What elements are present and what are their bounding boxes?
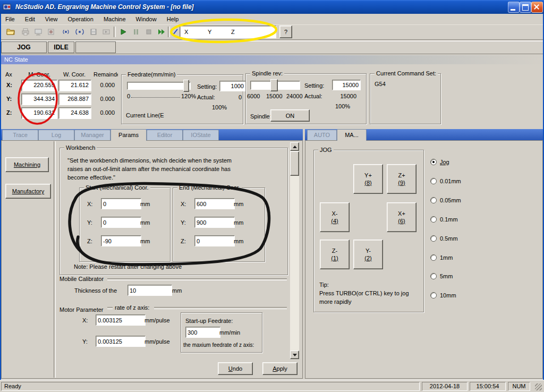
- radio-0-01mm[interactable]: [430, 178, 437, 184]
- menu-help[interactable]: Help: [163, 14, 183, 24]
- radio-0-05mm-label[interactable]: 0.05mm: [440, 197, 461, 204]
- col-header-remainder: Remainder: [94, 71, 118, 78]
- workbench-desc-3: become effective.": [67, 174, 115, 181]
- end-y-input[interactable]: [194, 217, 235, 228]
- tab-manager[interactable]: Manager: [74, 130, 110, 140]
- axis-select-box[interactable]: X Y Z: [180, 25, 276, 38]
- radio-10mm-label[interactable]: 10mm: [440, 292, 456, 299]
- export-button[interactable]: [87, 26, 100, 38]
- jog-z-minus-button[interactable]: Z- (1): [320, 240, 350, 269]
- axis-row-z-label: Z:: [6, 109, 12, 116]
- demo-button[interactable]: [100, 26, 113, 38]
- close-button[interactable]: [531, 2, 543, 13]
- jog-x-plus-button[interactable]: X+ (6): [387, 202, 416, 232]
- simulate-mode-button[interactable]: [73, 26, 86, 38]
- apply-button[interactable]: Apply: [262, 362, 298, 375]
- current-line-label: Current Line(E: [126, 112, 164, 119]
- startup-feedrate-input[interactable]: [185, 327, 220, 338]
- start-button[interactable]: [117, 26, 130, 38]
- menu-edit[interactable]: Edit: [21, 14, 39, 24]
- radio-0-01mm-label[interactable]: 0.01mm: [440, 177, 461, 185]
- params-scrollbar[interactable]: [290, 142, 299, 359]
- jog-y-minus-button[interactable]: Y- (2): [353, 240, 383, 269]
- help-button[interactable]: ?: [279, 25, 292, 38]
- scroll-up-button[interactable]: [290, 142, 299, 151]
- resize-grip-icon[interactable]: [535, 384, 542, 390]
- feedrate-tick-ruler: [131, 93, 180, 98]
- minimize-button[interactable]: [508, 2, 520, 13]
- scrollbar-thumb[interactable]: [290, 151, 299, 176]
- menu-file[interactable]: File: [1, 14, 19, 24]
- tab-auto[interactable]: AUTO: [307, 130, 337, 140]
- pause-button[interactable]: [130, 26, 142, 38]
- start-y-input[interactable]: [101, 217, 141, 228]
- advance-button[interactable]: [155, 26, 168, 38]
- mobile-calibrator-rule: [107, 278, 287, 280]
- z-rate-label: rate of z axis:: [115, 304, 149, 311]
- tab-editor[interactable]: Editor: [147, 130, 183, 140]
- menu-machine[interactable]: Machine: [99, 14, 130, 24]
- startup-feedrate-box: Start-up Feedrate: mm/min the maxium fee…: [181, 312, 262, 353]
- open-file-button[interactable]: [4, 26, 17, 38]
- radio-jog-label[interactable]: Jog: [440, 158, 449, 166]
- motor-x-input[interactable]: [96, 314, 146, 326]
- radio-5mm-label[interactable]: 5mm: [440, 272, 453, 280]
- jog-z-plus-button[interactable]: Z+ (9): [387, 164, 416, 194]
- clear-button[interactable]: [45, 26, 57, 38]
- spindle-slider-thumb[interactable]: [270, 79, 278, 91]
- feedrate-actual-label: Actual:: [197, 93, 215, 101]
- menu-operation[interactable]: Operation: [64, 14, 98, 24]
- maximize-button[interactable]: [520, 2, 531, 13]
- radio-5mm[interactable]: [430, 273, 437, 279]
- radio-0-05mm[interactable]: [430, 197, 437, 203]
- spindle-setting-input[interactable]: [332, 80, 361, 90]
- start-coord-group: Start (Mechanical) Coor. X: mm Y: mm Z: …: [79, 188, 171, 262]
- preview-button[interactable]: [32, 26, 45, 38]
- end-coord-title: End (Mechanical) Coor.: [177, 184, 242, 191]
- tag-icon: [47, 28, 55, 36]
- tab-params[interactable]: Params: [110, 129, 147, 141]
- radio-10mm[interactable]: [430, 292, 437, 299]
- feedrate-setting-input[interactable]: [219, 81, 246, 91]
- jog-x-minus-button[interactable]: X- (4): [320, 202, 350, 232]
- end-z-input[interactable]: [194, 235, 235, 246]
- menu-view[interactable]: View: [41, 14, 62, 24]
- stop-button[interactable]: [142, 26, 155, 38]
- radio-1mm[interactable]: [430, 254, 437, 261]
- remainder-x: 0.000: [90, 81, 115, 89]
- tab-manual[interactable]: MA...: [337, 129, 367, 141]
- end-x-input[interactable]: [194, 198, 235, 209]
- machining-button-label: Machining: [14, 161, 40, 168]
- tab-log[interactable]: Log: [38, 130, 74, 140]
- radio-jog[interactable]: [430, 159, 437, 165]
- undo-button[interactable]: Undo: [218, 362, 253, 375]
- tab-trace[interactable]: Trace: [2, 130, 38, 140]
- jog-x-plus-key: (6): [398, 217, 405, 225]
- jog-y-plus-button[interactable]: Y+ (8): [353, 164, 383, 194]
- tab-iostate[interactable]: IOState: [183, 130, 219, 140]
- thickness-input[interactable]: [128, 285, 172, 296]
- radio-0-5mm[interactable]: [430, 235, 437, 242]
- maximize-icon: [522, 4, 529, 11]
- status-time: 15:00:54: [470, 382, 506, 391]
- feedrate-slider-thumb[interactable]: [183, 80, 189, 92]
- radio-0-1mm-label[interactable]: 0.1mm: [440, 216, 458, 223]
- workbench-desc-1: "Set the workbench dimensions, which dec…: [67, 157, 232, 164]
- machining-button[interactable]: Machining: [5, 157, 49, 172]
- start-x-input[interactable]: [101, 198, 141, 209]
- start-z-input[interactable]: [101, 235, 141, 246]
- feedrate-slider-track[interactable]: [127, 82, 191, 90]
- manufactory-button[interactable]: Manufactory: [5, 184, 51, 199]
- nc-state-bar: NC State: [1, 55, 543, 64]
- spindle-setting-label: Setting:: [304, 82, 324, 89]
- motor-y-input[interactable]: [96, 336, 146, 347]
- radio-0-1mm[interactable]: [430, 216, 437, 223]
- simulate-button[interactable]: [60, 26, 72, 38]
- print-button[interactable]: [19, 26, 32, 38]
- radio-0-5mm-label[interactable]: 0.5mm: [440, 235, 458, 242]
- scroll-down-button[interactable]: [290, 351, 299, 359]
- radio-1mm-label[interactable]: 1mm: [440, 254, 453, 261]
- export-icon: [89, 28, 98, 36]
- menu-window[interactable]: Window: [132, 14, 161, 24]
- spindle-on-button[interactable]: ON: [270, 109, 310, 122]
